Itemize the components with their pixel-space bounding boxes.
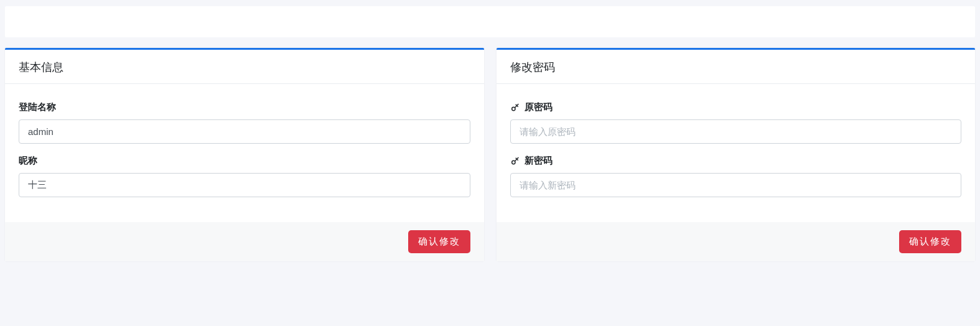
- new-password-group: 新密码: [510, 155, 962, 197]
- new-password-label: 新密码: [510, 155, 962, 167]
- svg-point-0: [511, 107, 515, 110]
- login-name-label-text: 登陆名称: [19, 101, 56, 113]
- content-container: 基本信息 登陆名称 昵称 确认修改 修改密码: [5, 48, 975, 261]
- new-password-input[interactable]: [510, 173, 962, 197]
- change-password-footer: 确认修改: [497, 222, 976, 261]
- change-password-submit-button[interactable]: 确认修改: [899, 230, 961, 253]
- login-name-group: 登陆名称: [19, 101, 470, 144]
- change-password-body: 原密码 新密码: [497, 84, 976, 222]
- new-password-label-text: 新密码: [525, 155, 553, 167]
- old-password-group: 原密码: [510, 101, 962, 144]
- basic-info-footer: 确认修改: [5, 222, 484, 261]
- login-name-input[interactable]: [19, 119, 470, 144]
- top-bar: [5, 6, 975, 37]
- nickname-group: 昵称: [19, 155, 470, 197]
- basic-info-submit-button[interactable]: 确认修改: [408, 230, 470, 253]
- svg-point-1: [511, 161, 515, 164]
- nickname-input[interactable]: [19, 173, 470, 197]
- nickname-label-text: 昵称: [19, 155, 37, 167]
- old-password-label-text: 原密码: [525, 101, 553, 113]
- old-password-input[interactable]: [510, 119, 962, 144]
- change-password-title: 修改密码: [497, 50, 976, 84]
- login-name-label: 登陆名称: [19, 101, 470, 113]
- basic-info-body: 登陆名称 昵称: [5, 84, 484, 222]
- basic-info-title: 基本信息: [5, 50, 484, 84]
- key-icon: [510, 103, 520, 113]
- nickname-label: 昵称: [19, 155, 470, 167]
- change-password-card: 修改密码 原密码: [497, 48, 976, 261]
- old-password-label: 原密码: [510, 101, 962, 113]
- basic-info-card: 基本信息 登陆名称 昵称 确认修改: [5, 48, 484, 261]
- key-icon: [510, 156, 520, 166]
